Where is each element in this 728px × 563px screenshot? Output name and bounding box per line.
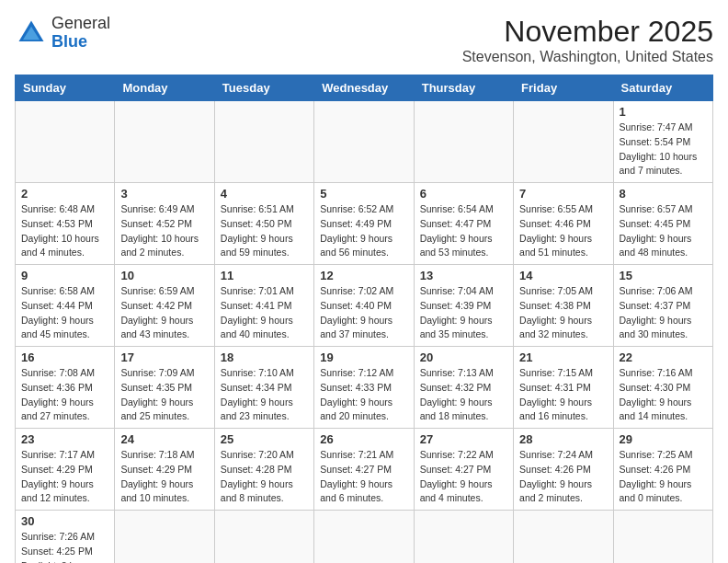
calendar-cell: 23Sunrise: 7:17 AM Sunset: 4:29 PM Dayli… (16, 429, 115, 511)
day-number: 4 (221, 187, 308, 201)
logo-line1: General (51, 15, 110, 33)
calendar-week-row: 1Sunrise: 7:47 AM Sunset: 5:54 PM Daylig… (16, 101, 713, 183)
day-info: Sunrise: 7:08 AM Sunset: 4:36 PM Dayligh… (21, 366, 108, 424)
calendar-cell: 8Sunrise: 6:57 AM Sunset: 4:45 PM Daylig… (613, 183, 712, 265)
calendar-cell: 29Sunrise: 7:25 AM Sunset: 4:26 PM Dayli… (613, 429, 712, 511)
day-number: 5 (320, 187, 407, 201)
day-number: 18 (221, 350, 308, 364)
day-info: Sunrise: 7:12 AM Sunset: 4:33 PM Dayligh… (320, 366, 407, 424)
calendar-cell: 14Sunrise: 7:05 AM Sunset: 4:38 PM Dayli… (514, 265, 613, 347)
logo-line2: Blue (51, 33, 110, 52)
page-header: General Blue November 2025 Stevenson, Wa… (15, 15, 713, 65)
weekday-header-friday: Friday (514, 75, 613, 101)
calendar-cell (115, 101, 214, 183)
day-number: 29 (620, 432, 707, 446)
day-number: 26 (320, 432, 407, 446)
calendar-cell (414, 511, 513, 564)
day-info: Sunrise: 6:51 AM Sunset: 4:50 PM Dayligh… (221, 202, 308, 260)
day-info: Sunrise: 6:59 AM Sunset: 4:42 PM Dayligh… (120, 284, 208, 342)
day-number: 24 (120, 432, 208, 446)
day-number: 10 (120, 269, 208, 282)
calendar-cell: 11Sunrise: 7:01 AM Sunset: 4:41 PM Dayli… (214, 265, 313, 347)
weekday-header-thursday: Thursday (414, 75, 513, 101)
calendar-cell: 16Sunrise: 7:08 AM Sunset: 4:36 PM Dayli… (16, 347, 115, 429)
day-number: 21 (519, 350, 607, 364)
day-number: 7 (519, 187, 607, 201)
calendar-cell: 19Sunrise: 7:12 AM Sunset: 4:33 PM Dayli… (314, 347, 414, 429)
month-title: November 2025 (462, 15, 713, 49)
day-info: Sunrise: 7:05 AM Sunset: 4:38 PM Dayligh… (519, 284, 607, 342)
calendar-cell: 4Sunrise: 6:51 AM Sunset: 4:50 PM Daylig… (214, 183, 313, 265)
calendar-cell: 24Sunrise: 7:18 AM Sunset: 4:29 PM Dayli… (115, 429, 214, 511)
calendar-cell (314, 511, 414, 564)
day-info: Sunrise: 6:58 AM Sunset: 4:44 PM Dayligh… (21, 284, 108, 342)
weekday-header-saturday: Saturday (613, 75, 712, 101)
day-info: Sunrise: 7:22 AM Sunset: 4:27 PM Dayligh… (420, 448, 507, 506)
day-info: Sunrise: 6:55 AM Sunset: 4:46 PM Dayligh… (519, 202, 607, 260)
day-info: Sunrise: 6:52 AM Sunset: 4:49 PM Dayligh… (320, 202, 407, 260)
day-number: 23 (21, 432, 108, 446)
calendar-cell: 10Sunrise: 6:59 AM Sunset: 4:42 PM Dayli… (115, 265, 214, 347)
calendar-cell (613, 511, 712, 564)
calendar-week-row: 16Sunrise: 7:08 AM Sunset: 4:36 PM Dayli… (16, 347, 713, 429)
day-number: 16 (21, 350, 108, 364)
day-info: Sunrise: 7:15 AM Sunset: 4:31 PM Dayligh… (519, 366, 607, 424)
title-area: November 2025 Stevenson, Washington, Uni… (462, 15, 713, 65)
day-info: Sunrise: 7:06 AM Sunset: 4:37 PM Dayligh… (620, 284, 707, 342)
calendar-cell: 7Sunrise: 6:55 AM Sunset: 4:46 PM Daylig… (514, 183, 613, 265)
day-number: 2 (21, 187, 108, 201)
day-info: Sunrise: 7:16 AM Sunset: 4:30 PM Dayligh… (620, 366, 707, 424)
day-number: 25 (221, 432, 308, 446)
day-info: Sunrise: 7:25 AM Sunset: 4:26 PM Dayligh… (620, 448, 707, 506)
calendar-cell: 13Sunrise: 7:04 AM Sunset: 4:39 PM Dayli… (414, 265, 513, 347)
calendar-cell (214, 511, 313, 564)
day-info: Sunrise: 7:47 AM Sunset: 5:54 PM Dayligh… (620, 121, 707, 178)
calendar-cell: 2Sunrise: 6:48 AM Sunset: 4:53 PM Daylig… (16, 183, 115, 265)
weekday-header-monday: Monday (115, 75, 214, 101)
day-number: 8 (620, 187, 707, 201)
logo-text: General Blue (51, 15, 110, 52)
calendar-cell (414, 101, 513, 183)
calendar-week-row: 23Sunrise: 7:17 AM Sunset: 4:29 PM Dayli… (16, 429, 713, 511)
day-number: 28 (519, 432, 607, 446)
calendar-cell: 5Sunrise: 6:52 AM Sunset: 4:49 PM Daylig… (314, 183, 414, 265)
calendar-cell: 26Sunrise: 7:21 AM Sunset: 4:27 PM Dayli… (314, 429, 414, 511)
day-info: Sunrise: 7:04 AM Sunset: 4:39 PM Dayligh… (420, 284, 507, 342)
day-info: Sunrise: 7:01 AM Sunset: 4:41 PM Dayligh… (221, 284, 308, 342)
day-info: Sunrise: 6:49 AM Sunset: 4:52 PM Dayligh… (120, 202, 208, 260)
day-number: 15 (620, 269, 707, 282)
day-info: Sunrise: 6:54 AM Sunset: 4:47 PM Dayligh… (420, 202, 507, 260)
logo-icon (15, 17, 48, 50)
calendar-cell: 3Sunrise: 6:49 AM Sunset: 4:52 PM Daylig… (115, 183, 214, 265)
location-subtitle: Stevenson, Washington, United States (462, 49, 713, 65)
day-info: Sunrise: 7:18 AM Sunset: 4:29 PM Dayligh… (120, 448, 208, 506)
day-info: Sunrise: 7:09 AM Sunset: 4:35 PM Dayligh… (120, 366, 208, 424)
day-info: Sunrise: 7:20 AM Sunset: 4:28 PM Dayligh… (221, 448, 308, 506)
day-number: 14 (519, 269, 607, 282)
day-number: 12 (320, 269, 407, 282)
calendar-cell: 20Sunrise: 7:13 AM Sunset: 4:32 PM Dayli… (414, 347, 513, 429)
day-number: 27 (420, 432, 507, 446)
day-info: Sunrise: 7:13 AM Sunset: 4:32 PM Dayligh… (420, 366, 507, 424)
calendar-cell (115, 511, 214, 564)
day-number: 3 (120, 187, 208, 201)
calendar-cell: 12Sunrise: 7:02 AM Sunset: 4:40 PM Dayli… (314, 265, 414, 347)
calendar-cell: 15Sunrise: 7:06 AM Sunset: 4:37 PM Dayli… (613, 265, 712, 347)
calendar-cell: 25Sunrise: 7:20 AM Sunset: 4:28 PM Dayli… (214, 429, 313, 511)
weekday-header-tuesday: Tuesday (214, 75, 313, 101)
day-number: 1 (620, 105, 707, 119)
day-info: Sunrise: 7:21 AM Sunset: 4:27 PM Dayligh… (320, 448, 407, 506)
day-number: 13 (420, 269, 507, 282)
weekday-header-wednesday: Wednesday (314, 75, 414, 101)
calendar-week-row: 2Sunrise: 6:48 AM Sunset: 4:53 PM Daylig… (16, 183, 713, 265)
day-info: Sunrise: 7:17 AM Sunset: 4:29 PM Dayligh… (21, 448, 108, 506)
day-number: 17 (120, 350, 208, 364)
day-info: Sunrise: 6:57 AM Sunset: 4:45 PM Dayligh… (620, 202, 707, 260)
calendar-cell (514, 511, 613, 564)
calendar-cell: 1Sunrise: 7:47 AM Sunset: 5:54 PM Daylig… (613, 101, 712, 183)
logo: General Blue (15, 15, 110, 52)
day-number: 30 (21, 514, 108, 528)
calendar-cell (214, 101, 313, 183)
calendar-cell: 27Sunrise: 7:22 AM Sunset: 4:27 PM Dayli… (414, 429, 513, 511)
calendar-cell: 22Sunrise: 7:16 AM Sunset: 4:30 PM Dayli… (613, 347, 712, 429)
